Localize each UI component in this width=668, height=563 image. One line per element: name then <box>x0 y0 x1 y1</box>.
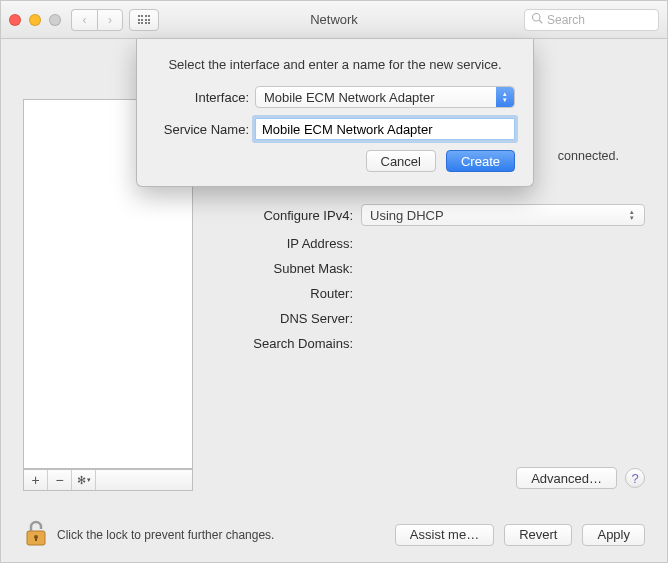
updown-icon: ▴▾ <box>496 87 514 107</box>
search-placeholder: Search <box>547 13 585 27</box>
new-service-sheet: Select the interface and enter a name fo… <box>136 39 534 187</box>
configure-ipv4-value: Using DHCP <box>370 208 444 223</box>
search-domains-label: Search Domains: <box>206 336 361 351</box>
ip-address-label: IP Address: <box>206 236 361 251</box>
apply-button[interactable]: Apply <box>582 524 645 546</box>
svg-rect-4 <box>35 537 37 541</box>
window-controls <box>9 14 61 26</box>
forward-button[interactable]: › <box>97 9 123 31</box>
nav-buttons: ‹ › <box>71 9 123 31</box>
revert-button[interactable]: Revert <box>504 524 572 546</box>
service-name-input[interactable]: Mobile ECM Network Adapter <box>255 118 515 140</box>
titlebar: ‹ › Network Search <box>1 1 667 39</box>
help-icon: ? <box>631 471 638 486</box>
interface-value: Mobile ECM Network Adapter <box>264 90 435 105</box>
router-label: Router: <box>206 286 361 301</box>
configure-ipv4-label: Configure IPv4: <box>206 208 361 223</box>
help-button[interactable]: ? <box>625 468 645 488</box>
sheet-title: Select the interface and enter a name fo… <box>155 57 515 72</box>
add-service-button[interactable]: + <box>24 470 48 490</box>
cancel-button[interactable]: Cancel <box>366 150 436 172</box>
network-preferences-window: ‹ › Network Search connected. + − <box>0 0 668 563</box>
search-input[interactable]: Search <box>524 9 659 31</box>
service-actions-button[interactable]: ✻▾ <box>72 470 96 490</box>
grid-icon <box>138 15 151 24</box>
gear-icon: ✻ <box>77 474 86 487</box>
chevron-right-icon: › <box>108 13 112 27</box>
zoom-icon[interactable] <box>49 14 61 26</box>
remove-service-button[interactable]: − <box>48 470 72 490</box>
minimize-icon[interactable] <box>29 14 41 26</box>
interface-select[interactable]: Mobile ECM Network Adapter ▴▾ <box>255 86 515 108</box>
back-button[interactable]: ‹ <box>71 9 97 31</box>
svg-line-1 <box>539 20 542 23</box>
service-name-label: Service Name: <box>155 122 255 137</box>
lock-text: Click the lock to prevent further change… <box>57 528 274 542</box>
subnet-mask-label: Subnet Mask: <box>206 261 361 276</box>
updown-icon: ▴▾ <box>624 207 640 223</box>
chevron-down-icon: ▾ <box>87 476 91 484</box>
interface-label: Interface: <box>155 90 255 105</box>
advanced-button[interactable]: Advanced… <box>516 467 617 489</box>
chevron-left-icon: ‹ <box>83 13 87 27</box>
lock-bar: Click the lock to prevent further change… <box>23 519 645 550</box>
search-icon <box>531 12 543 27</box>
sidebar-footer: + − ✻▾ <box>23 469 193 491</box>
assist-me-button[interactable]: Assist me… <box>395 524 494 546</box>
service-name-value: Mobile ECM Network Adapter <box>262 122 433 137</box>
show-all-button[interactable] <box>129 9 159 31</box>
svg-point-0 <box>533 14 541 22</box>
configure-ipv4-select[interactable]: Using DHCP ▴▾ <box>361 204 645 226</box>
status-connected-text: connected. <box>558 149 619 163</box>
close-icon[interactable] <box>9 14 21 26</box>
lock-icon[interactable] <box>23 519 49 550</box>
dns-server-label: DNS Server: <box>206 311 361 326</box>
create-button[interactable]: Create <box>446 150 515 172</box>
